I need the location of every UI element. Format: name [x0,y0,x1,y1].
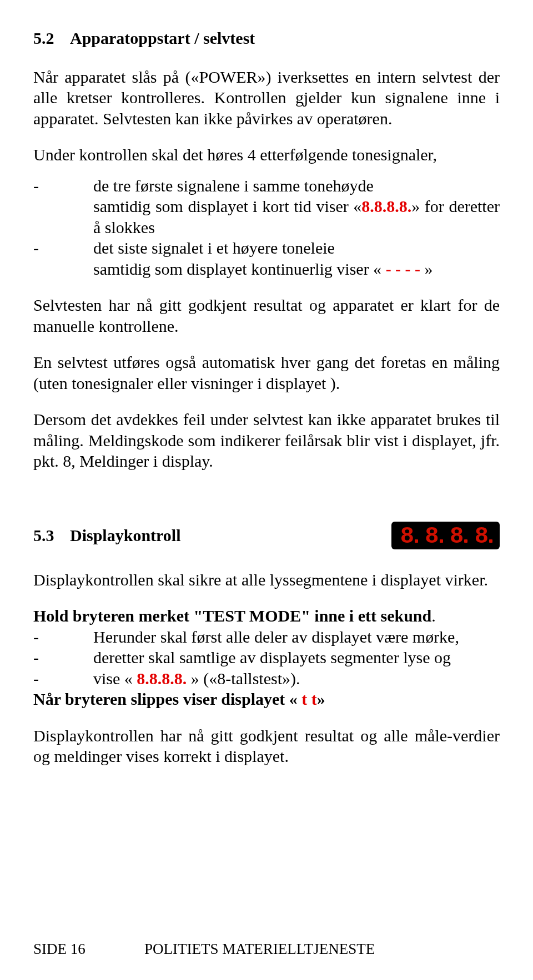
text-fragment: vise « [93,669,133,688]
section-5-3-title: Displaykontroll [70,525,181,546]
list-item-3: vise « 8.8.8.8. » («8-tallstest»). [93,668,500,689]
seg-dot-icon [489,539,492,543]
text-fragment: . [431,607,436,625]
section-5-3-bold1: Hold bryteren merket "TEST MODE" inne i … [33,605,500,627]
seven-segment-display-icon: 8 8 8 8 [391,522,500,549]
seg-digit: 8 [474,525,489,548]
seg-digit: 8 [399,525,414,548]
display-value-8888: 8.8.8.8. [361,197,411,215]
seg-dot-icon [464,539,467,543]
section-5-3-p1: Displaykontrollen skal sikre at alle lys… [33,569,500,590]
seg-digit: 8 [424,525,439,548]
section-5-2-list: - de tre første signalene i samme tonehø… [33,175,500,280]
section-5-2-num: 5.2 [33,28,70,49]
dash-marker: - [33,627,93,648]
list-item-1b: samtidig som displayet i kort tid viser … [93,196,500,238]
section-5-2-p3: Selvtesten har nå gitt godkjent resultat… [33,295,500,336]
section-5-3-list: - Herunder skal først alle deler av disp… [33,627,500,689]
seg-digit: 8 [449,525,464,548]
display-value-tt: t t [298,690,317,708]
dash-marker: - [33,238,93,259]
section-5-3-p2: Displaykontrollen har nå gitt godkjent r… [33,725,500,767]
section-5-2-p4: En selvtest utføres også automatisk hver… [33,352,500,393]
section-5-2-p5: Dersom det avdekkes feil under selvtest … [33,409,500,472]
list-item-2a: det siste signalet i et høyere toneleie [93,238,500,259]
seg-dot-icon [415,539,418,543]
section-5-2-heading: 5.2 Apparatoppstart / selvtest [33,28,500,49]
display-value-8888: 8.8.8.8. [133,669,191,688]
section-5-2-p2: Under kontrollen skal det høres 4 etterf… [33,144,500,165]
list-item-2b: samtidig som displayet kontinuerlig vise… [93,259,500,280]
dash-marker: - [33,647,93,668]
text-fragment: » («8-tallstest»). [191,669,300,688]
section-5-2-p1: Når apparatet slås på («POWER») iverkset… [33,67,500,129]
text-fragment: samtidig som displayet kontinuerlig vise… [93,260,381,278]
list-item-1: Herunder skal først alle deler av displa… [93,627,500,648]
dash-marker: - [33,175,93,196]
list-item-1a: de tre første signalene i samme tonehøyd… [93,175,500,196]
section-5-3-heading: 5.3 Displaykontroll [33,525,181,546]
display-value-dashes: - - - - [381,260,424,278]
text-fragment-bold: » [317,690,325,708]
text-fragment: samtidig som displayet i kort tid viser … [93,197,361,215]
seg-dot-icon [440,539,443,543]
footer-source: POLITIETS MATERIELLTJENESTE [144,940,375,959]
section-5-3-num: 5.3 [33,525,70,546]
section-5-3-bold2: Når bryteren slippes viser displayet « t… [33,689,500,710]
text-fragment: » [425,260,433,278]
page-number: SIDE 16 [33,940,144,959]
text-fragment-bold: Hold bryteren merket "TEST MODE" inne i … [33,607,431,625]
text-fragment-bold: Når bryteren slippes viser displayet « [33,690,298,708]
page-footer: SIDE 16 POLITIETS MATERIELLTJENESTE [33,940,500,959]
list-item-2: deretter skal samtlige av displayets seg… [93,647,500,668]
section-5-2-title: Apparatoppstart / selvtest [70,28,255,49]
dash-marker: - [33,668,93,689]
